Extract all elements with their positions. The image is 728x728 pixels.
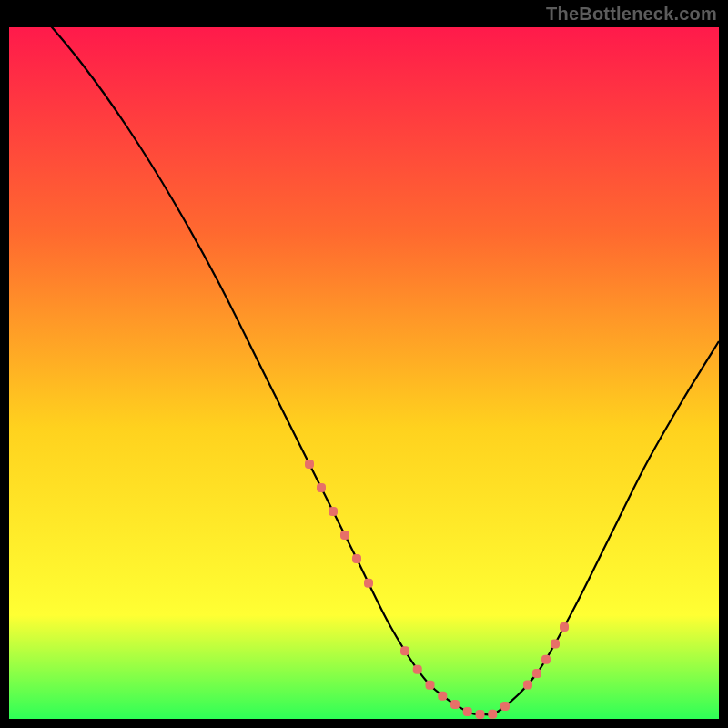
marker-dot xyxy=(523,680,532,689)
chart-stage: TheBottleneck.com xyxy=(0,0,728,728)
marker-dot xyxy=(426,681,435,690)
marker-dot xyxy=(305,460,314,469)
marker-dot xyxy=(500,702,510,711)
watermark-text: TheBottleneck.com xyxy=(546,4,717,25)
marker-dot xyxy=(329,507,338,516)
marker-dot xyxy=(551,640,560,649)
marker-dot xyxy=(364,579,373,588)
plot-background xyxy=(9,27,719,719)
marker-dot xyxy=(340,531,349,540)
marker-dot xyxy=(475,710,484,719)
marker-dot xyxy=(541,655,551,664)
marker-dot xyxy=(317,483,326,492)
marker-dot xyxy=(400,646,410,655)
marker-dot xyxy=(463,707,472,716)
marker-dot xyxy=(450,700,460,709)
marker-dot xyxy=(352,554,361,563)
marker-dot xyxy=(532,669,541,678)
marker-dot xyxy=(560,622,569,632)
marker-dot xyxy=(488,710,497,719)
bottleneck-chart xyxy=(0,0,728,728)
marker-dot xyxy=(438,692,447,701)
marker-dot xyxy=(413,665,422,674)
